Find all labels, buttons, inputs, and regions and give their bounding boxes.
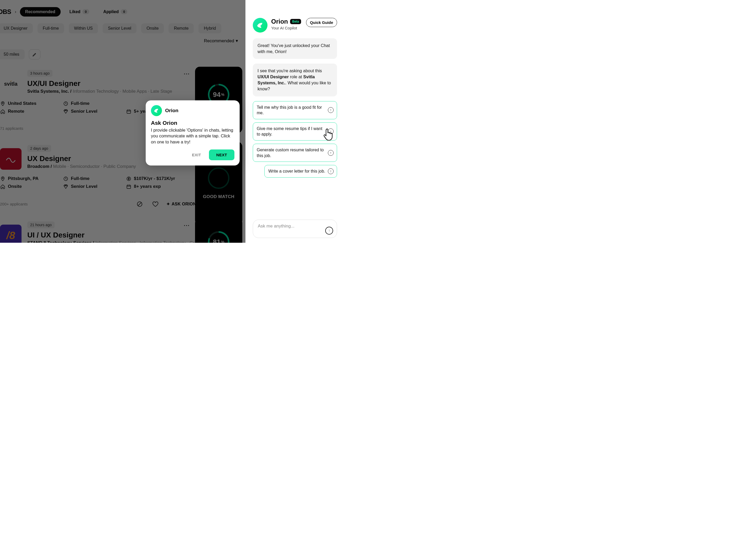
job-info-item: Senior Level xyxy=(63,184,126,189)
calendar-icon xyxy=(126,184,131,189)
company-logo xyxy=(0,148,22,170)
job-info-item: United States xyxy=(0,101,63,106)
arrow-up-circle-icon: ↑ xyxy=(328,107,334,113)
applicant-count: 71 applicants xyxy=(0,126,23,131)
suggestion-text: Write a cover letter for this job. xyxy=(268,168,325,174)
job-info-item: Full-time xyxy=(63,176,126,181)
posted-time: 3 hours ago xyxy=(27,70,53,77)
edit-filters-button[interactable] xyxy=(29,49,40,59)
suggestion-option[interactable]: Tell me why this job is a good fit for m… xyxy=(253,101,337,119)
chat-message: Great! You've just unlocked your Chat wi… xyxy=(253,38,337,59)
match-percent: 81% xyxy=(208,231,229,243)
suggestion-option[interactable]: Generate custom resume tailored to this … xyxy=(253,144,337,162)
like-button[interactable] xyxy=(151,199,160,209)
location-icon xyxy=(0,176,5,181)
card-menu-button[interactable]: ··· xyxy=(184,223,190,229)
filter-chip[interactable]: Onsite xyxy=(141,24,164,33)
popover-title: Ask Orion xyxy=(151,120,234,126)
job-title: UX Designer xyxy=(27,154,136,163)
home-icon xyxy=(0,184,5,189)
filter-chip[interactable]: Hybrid xyxy=(199,24,221,33)
ask-orion-button[interactable]: ✦ASK ORION xyxy=(166,201,196,206)
clock-icon xyxy=(63,101,68,106)
quick-guide-button[interactable]: Quick Guide xyxy=(306,18,337,27)
sort-dropdown[interactable]: Recommended ▾ xyxy=(204,38,238,44)
nav-tab-liked[interactable]: Liked0 xyxy=(64,7,95,17)
filter-chip[interactable]: Within US xyxy=(69,24,98,33)
level-icon xyxy=(63,109,68,114)
match-label: GOOD MATCH xyxy=(203,194,234,199)
company-meta: Mobile · Semiconductor · Public Company xyxy=(53,164,136,169)
job-card[interactable]: /821 hours agoUI / UX DesignerSTAND 8 Te… xyxy=(0,218,246,243)
level-icon xyxy=(63,184,68,189)
company-name: Svitla Systems, Inc. / xyxy=(27,89,71,94)
send-button[interactable]: ↑ xyxy=(325,227,333,235)
nav-tab-recommended[interactable]: Recommended xyxy=(20,7,61,17)
input-placeholder: Ask me anything... xyxy=(258,224,295,229)
card-menu-button[interactable]: ··· xyxy=(184,71,190,77)
filter-chip[interactable]: UX Designer xyxy=(0,24,33,33)
company-logo: /8 xyxy=(0,225,22,243)
svg-point-4 xyxy=(5,153,17,165)
suggestion-option[interactable]: Write a cover letter for this job.↑ xyxy=(264,165,337,178)
panel-title: Orion xyxy=(271,18,288,25)
company-meta: Information Services · Information Techn… xyxy=(95,241,209,243)
job-info-item: Pittsburgh, PA xyxy=(0,176,63,181)
filter-row: UX DesignerFull-timeWithin USSenior Leve… xyxy=(0,24,246,48)
clock-icon xyxy=(63,176,68,181)
posted-time: 21 hours ago xyxy=(27,221,55,228)
job-info-item: Remote xyxy=(0,109,63,114)
svg-rect-8 xyxy=(127,185,130,188)
suggestion-text: Generate custom resume tailored to this … xyxy=(257,148,324,158)
applicant-count: 200+ applicants xyxy=(0,202,28,206)
job-title: UI / UX Designer xyxy=(27,231,210,239)
filter-chip[interactable]: Remote xyxy=(168,24,194,33)
posted-time: 2 days ago xyxy=(27,145,51,152)
job-info-item: $107K/yr - $171K/yr xyxy=(126,176,189,181)
company-name: Broadcom / xyxy=(27,164,52,169)
arrow-up-icon: ↑ xyxy=(328,228,330,233)
caret-down-icon: ▾ xyxy=(236,38,238,44)
match-percent xyxy=(209,169,228,188)
popover-brand: Orion xyxy=(165,108,178,114)
dismiss-button[interactable] xyxy=(135,199,144,209)
chat-input[interactable]: Ask me anything... ↑ xyxy=(253,220,337,238)
home-icon xyxy=(0,109,5,114)
distance-chip[interactable]: 50 miles xyxy=(0,49,25,59)
company-logo: svi⌢tla xyxy=(0,73,22,94)
job-info-item: 8+ years exp xyxy=(126,184,189,189)
sparkle-icon: ✦ xyxy=(166,201,170,206)
count-badge: 0 xyxy=(121,9,127,14)
brand-logo: OBS xyxy=(0,8,11,16)
filter-chip[interactable]: Full-time xyxy=(37,24,64,33)
company-meta: Information Technology · Mobile Apps · L… xyxy=(73,89,172,94)
job-title: UX/UI Designer xyxy=(27,79,172,88)
arrow-up-circle-icon: ↑ xyxy=(328,168,334,174)
money-icon xyxy=(126,176,131,181)
calendar-icon xyxy=(126,109,131,114)
orion-avatar-icon xyxy=(151,105,162,116)
sort-label: Recommended xyxy=(204,38,234,44)
svg-rect-2 xyxy=(127,110,130,113)
orion-avatar-large-icon xyxy=(253,18,267,32)
svg-point-5 xyxy=(2,178,3,179)
count-badge: 0 xyxy=(82,9,89,14)
next-button[interactable]: NEXT xyxy=(209,149,234,160)
match-score[interactable]: 81%GOOD MATCH xyxy=(195,218,242,243)
filter-chip[interactable]: Senior Level xyxy=(103,24,136,33)
ask-orion-popover: Orion Ask Orion I provide clickable 'Opt… xyxy=(146,100,240,166)
suggestion-text: Tell me why this job is a good fit for m… xyxy=(257,105,322,115)
company-name: STAND 8 Technology Services / xyxy=(27,241,94,243)
top-nav: OBS › RecommendedLiked0Applied0 xyxy=(0,0,246,24)
suggestion-text: Give me some resume tips if I want to ap… xyxy=(257,126,322,136)
orion-side-panel: Orion Beta Your AI Copilot Quick Guide G… xyxy=(246,0,340,243)
location-icon xyxy=(0,101,5,106)
exit-button[interactable]: EXIT xyxy=(187,149,206,160)
job-info-item: Senior Level xyxy=(63,109,126,114)
pointer-hand-icon xyxy=(322,128,333,141)
nav-tab-applied[interactable]: Applied0 xyxy=(98,7,133,17)
filter-row-2: 50 miles xyxy=(0,48,246,64)
panel-subtitle: Your AI Copilot xyxy=(271,26,301,30)
svg-point-0 xyxy=(2,102,3,103)
arrow-up-circle-icon: ↑ xyxy=(328,150,334,156)
